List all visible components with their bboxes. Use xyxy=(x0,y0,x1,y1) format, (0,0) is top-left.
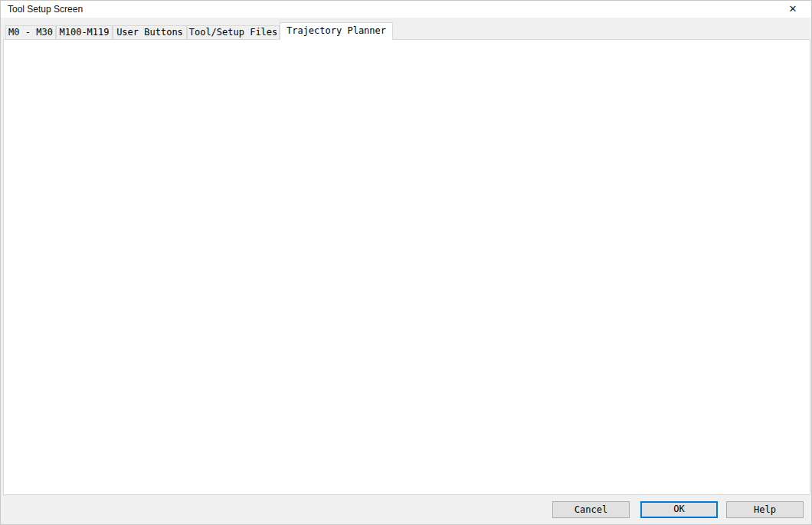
close-icon[interactable]: ✕ xyxy=(778,1,808,18)
help-button[interactable]: Help xyxy=(726,501,804,518)
tab-page xyxy=(3,39,810,495)
tab-trajectory-planner[interactable]: Trajectory Planner xyxy=(280,22,393,40)
tab-user-buttons[interactable]: User Buttons xyxy=(113,25,187,40)
tab-tool-setup-files[interactable]: Tool/Setup Files xyxy=(187,25,280,40)
titlebar: Tool Setup Screen xyxy=(1,1,812,18)
cancel-button[interactable]: Cancel xyxy=(552,501,630,518)
tab-m0-m30[interactable]: M0 - M30 xyxy=(5,25,56,40)
tab-m100-m119[interactable]: M100-M119 xyxy=(56,25,113,40)
tool-setup-dialog: Tool Setup Screen ✕ M0 - M30 M100-M119 U… xyxy=(0,0,812,525)
ok-button[interactable]: OK xyxy=(640,501,718,518)
window-title: Tool Setup Screen xyxy=(1,4,83,15)
